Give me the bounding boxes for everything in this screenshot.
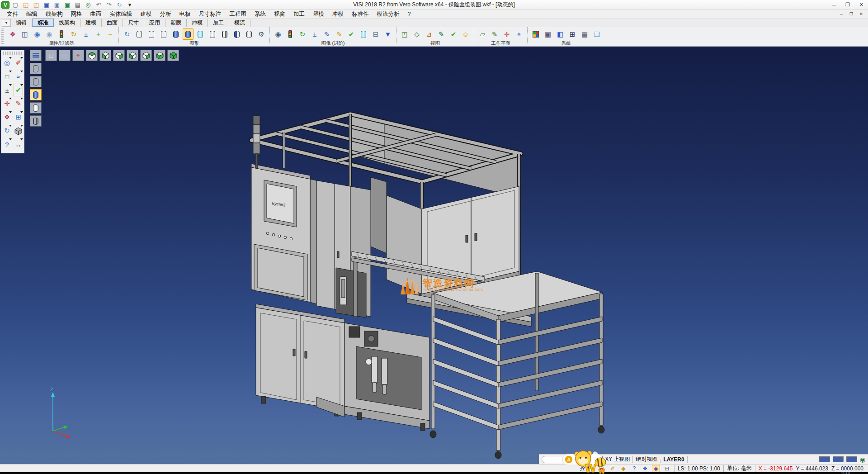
absolute-view-indicator[interactable]: 绝对视图 — [636, 455, 657, 463]
ucs-origin-icon[interactable]: ⌖ — [72, 50, 84, 61]
system-monitor-icon[interactable]: ▣ — [542, 28, 553, 40]
child-minimize-button[interactable]: ─ — [836, 10, 846, 18]
view-globe-check-icon[interactable]: ✔ — [448, 28, 459, 40]
tab-加工[interactable]: 加工 — [208, 19, 229, 27]
menu-item-8[interactable]: 电极 — [175, 10, 195, 18]
menu-item-10[interactable]: 工程图 — [226, 10, 251, 18]
view-left-icon[interactable] — [127, 50, 138, 61]
vp-shading-shaded-icon[interactable] — [30, 89, 42, 100]
menu-item-2[interactable]: 线架构 — [42, 10, 67, 18]
fit-view-icon[interactable]: □ — [45, 50, 57, 61]
tab-尺寸[interactable]: 尺寸 — [123, 19, 144, 27]
menu-item-11[interactable]: 系统 — [250, 10, 270, 18]
shading-copy-icon[interactable] — [244, 28, 255, 40]
view-zoom-cube-icon[interactable]: ◳ — [399, 28, 410, 40]
advanced-refresh-icon[interactable]: ↻ — [297, 28, 308, 40]
workplane-origin-icon[interactable]: ⌖ — [514, 28, 524, 40]
vp-shading-hidden-icon[interactable] — [30, 76, 42, 87]
child-close-button[interactable]: ✕ — [856, 10, 866, 18]
workplane-edit-icon[interactable]: ✎ — [489, 28, 500, 40]
advanced-toggle-icon[interactable]: ± — [309, 28, 320, 40]
visibility-remove-icon[interactable]: ◉ — [44, 28, 55, 40]
menu-item-13[interactable]: 加工 — [289, 10, 309, 18]
tab-dropdown-icon[interactable]: ▼ — [2, 19, 11, 27]
view-right-icon[interactable] — [113, 50, 125, 61]
plugins-icon[interactable]: ❖ — [641, 465, 649, 472]
menu-item-0[interactable]: 文件 — [3, 10, 22, 18]
visibility-toggle-icon[interactable]: ± — [80, 28, 91, 40]
attribute-painter-icon[interactable]: ❖ — [7, 28, 18, 40]
help-icon[interactable]: ? — [2, 137, 12, 151]
tab-编辑[interactable]: 编辑 — [11, 19, 32, 27]
tab-标准[interactable]: 标准 — [32, 19, 54, 27]
sketch-curve-icon[interactable]: ≈ — [13, 70, 24, 83]
tab-建模[interactable]: 建模 — [80, 19, 102, 27]
view-top-icon[interactable] — [86, 50, 98, 61]
tab-冲模[interactable]: 冲模 — [187, 19, 208, 27]
undo-icon[interactable]: ↶ — [94, 1, 103, 9]
vp-shading-wireframe-icon[interactable] — [30, 63, 42, 74]
menu-item-14[interactable]: 塑模 — [309, 10, 328, 18]
redraw-icon[interactable]: ↻ — [122, 28, 132, 40]
annotate-pen-blue-icon[interactable]: ✎ — [321, 28, 332, 40]
system-hatch-icon[interactable]: ▦ — [579, 28, 590, 40]
import-file-icon[interactable]: ◰ — [32, 1, 41, 9]
scale-indicator[interactable]: LS: 1.00 PS: 1.00 — [678, 465, 720, 472]
filter-traffic-light-icon[interactable] — [56, 28, 67, 40]
dock-drag-handle[interactable] — [3, 52, 22, 55]
measure-distance-icon[interactable]: ↔ — [13, 137, 24, 151]
workplane-compass-icon[interactable]: ✛ — [501, 28, 512, 40]
color-swatch-2[interactable] — [833, 456, 844, 462]
regenerate-icon[interactable]: ↻ — [2, 124, 12, 137]
attribute-viewer-icon[interactable]: ◫ — [19, 28, 30, 40]
tab-应用[interactable]: 应用 — [144, 19, 165, 27]
view-back-icon[interactable] — [140, 50, 152, 61]
color-swatch-1[interactable] — [819, 456, 830, 462]
open-file-icon[interactable]: ◱ — [21, 1, 30, 9]
advanced-view-icon[interactable]: ◉ — [273, 28, 283, 40]
menu-item-4[interactable]: 曲面 — [86, 10, 106, 18]
snap-grid-icon[interactable]: ⊞ — [663, 465, 671, 472]
workplane-xy-icon[interactable]: ▱ — [477, 28, 488, 40]
zoom-view-icon[interactable]: ◎ — [59, 50, 71, 61]
shading-shaded-edges-icon[interactable] — [183, 28, 193, 40]
shading-settings-icon[interactable]: ⚙ — [256, 28, 267, 40]
view-measure-icon[interactable]: ⊿ — [424, 28, 434, 40]
visi-logo-icon[interactable]: V — [1, 1, 9, 9]
magic-wand-icon[interactable]: ✐ — [609, 465, 617, 472]
active-layer-indicator[interactable]: LAYER0 — [663, 456, 684, 463]
menu-item-17[interactable]: 模流分析 — [373, 10, 404, 18]
system-palette-icon[interactable] — [530, 28, 541, 40]
menu-item-6[interactable]: 建模 — [137, 10, 156, 18]
menu-item-16[interactable]: 标准件 — [348, 10, 373, 18]
clip-plane-icon[interactable]: ⊟ — [370, 28, 381, 40]
tab-塑膜[interactable]: 塑膜 — [165, 19, 187, 27]
paint-attributes-icon[interactable]: ❖ — [2, 110, 12, 124]
context-help-icon[interactable]: ? — [630, 465, 638, 472]
key-icon[interactable]: ◆ — [619, 465, 627, 472]
shading-flat-icon[interactable] — [207, 28, 218, 40]
minimize-button[interactable]: ─ — [827, 0, 841, 9]
history-icon[interactable]: ↻ — [115, 1, 124, 9]
tab-曲面[interactable]: 曲面 — [102, 19, 123, 27]
move-axis-icon[interactable]: ✛ — [2, 97, 12, 110]
shading-wireframe-icon[interactable] — [134, 28, 145, 40]
save-as-icon[interactable]: ▣ — [52, 1, 61, 9]
tab-线架构[interactable]: 线架构 — [54, 19, 80, 27]
view-bottom-icon[interactable] — [154, 50, 165, 61]
menu-item-18[interactable]: ? — [404, 10, 415, 18]
shading-transparent-icon[interactable] — [195, 28, 206, 40]
advanced-traffic-light-icon[interactable] — [285, 28, 296, 40]
preview-cylinder-icon[interactable] — [358, 28, 369, 40]
toolbar-grip[interactable] — [1, 28, 4, 45]
select-icon[interactable]: ◎ — [2, 56, 12, 70]
print-preview-icon[interactable]: ◎ — [84, 1, 93, 9]
menu-item-12[interactable]: 视窗 — [270, 10, 289, 18]
maximize-button[interactable]: ❐ — [841, 0, 854, 9]
viewport-menu-icon[interactable] — [30, 50, 42, 61]
erase-icon[interactable]: ✐ — [13, 56, 24, 70]
view-sketch-icon[interactable]: ✎ — [436, 28, 447, 40]
vp-shading-edges-icon[interactable] — [30, 102, 42, 114]
tile-windows-icon[interactable]: ⊞ — [13, 110, 24, 124]
new-file-icon[interactable]: ▢ — [11, 1, 20, 9]
